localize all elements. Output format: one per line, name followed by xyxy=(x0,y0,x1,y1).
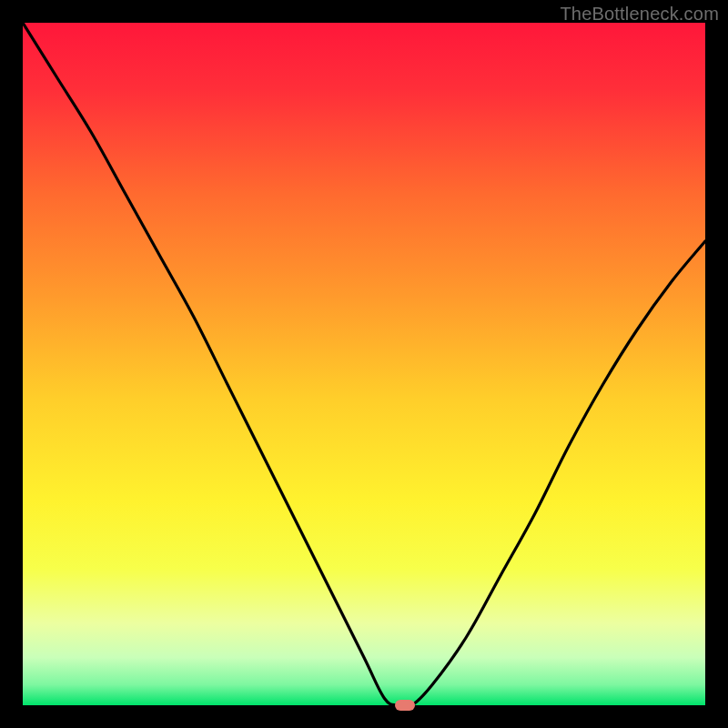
chart-frame: TheBottleneck.com xyxy=(0,0,728,728)
bottleneck-curve xyxy=(23,23,705,705)
watermark-text: TheBottleneck.com xyxy=(560,4,719,25)
plot-area xyxy=(23,23,705,705)
min-point-marker xyxy=(395,700,415,711)
